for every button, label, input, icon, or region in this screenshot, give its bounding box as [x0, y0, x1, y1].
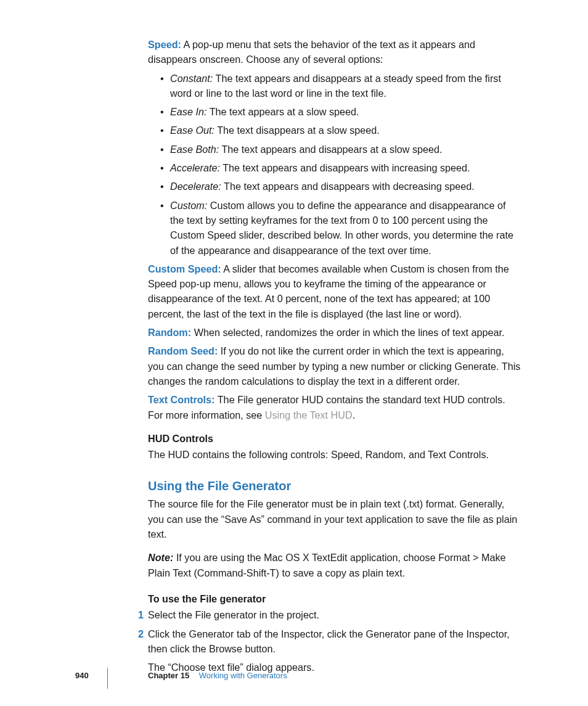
page: Speed: A pop-up menu that sets the behav…	[0, 0, 588, 706]
step-number-1: 1	[138, 607, 144, 622]
term-decelerate: Decelerate:	[170, 181, 221, 192]
speed-options-list: Constant: The text appears and disappear…	[148, 71, 521, 258]
step-1-text: Select the File generator in the project…	[148, 609, 319, 620]
note-label: Note:	[148, 552, 173, 563]
desc-accelerate: The text appears and disappears with inc…	[223, 162, 470, 173]
page-number: 940	[75, 670, 89, 682]
step-number-2: 2	[138, 626, 144, 641]
desc-ease-in: The text appears at a slow speed.	[210, 106, 359, 117]
desc-ease-out: The text disappears at a slow speed.	[217, 125, 380, 136]
term-custom: Custom:	[170, 200, 207, 211]
label-random: Random:	[148, 327, 191, 338]
desc-ease-both: The text appears and disappears at a slo…	[221, 144, 442, 155]
desc-decelerate: The text appears and disappears with dec…	[224, 181, 475, 192]
option-custom: Custom: Custom allows you to define the …	[160, 198, 521, 258]
term-ease-in: Ease In:	[170, 106, 206, 117]
step-2-text: Click the Generator tab of the Inspector…	[148, 628, 510, 654]
task-heading: To use the File generator	[148, 591, 521, 606]
chapter-label: Chapter 15 Working with Generators	[148, 670, 287, 682]
option-ease-in: Ease In: The text appears at a slow spee…	[160, 104, 521, 119]
desc-random: When selected, randomizes the order in w…	[194, 327, 505, 338]
section-note: Note: If you are using the Mac OS X Text…	[148, 550, 521, 580]
term-ease-both: Ease Both:	[170, 144, 219, 155]
chapter-title: Working with Generators	[199, 671, 287, 680]
section-intro: The source file for the File generator m…	[148, 496, 521, 541]
option-decelerate: Decelerate: The text appears and disappe…	[160, 179, 521, 194]
term-constant: Constant:	[170, 73, 213, 84]
page-footer: 940 Chapter 15 Working with Generators	[0, 664, 588, 681]
term-ease-out: Ease Out:	[170, 125, 214, 136]
param-custom-speed: Custom Speed: A slider that becomes avai…	[148, 261, 521, 321]
option-constant: Constant: The text appears and disappear…	[160, 71, 521, 101]
term-accelerate: Accelerate:	[170, 162, 220, 173]
param-random-seed: Random Seed: If you do not like the curr…	[148, 343, 521, 388]
chapter-number: Chapter 15	[148, 671, 189, 680]
label-random-seed: Random Seed:	[148, 345, 218, 356]
option-ease-out: Ease Out: The text disappears at a slow …	[160, 123, 521, 138]
hud-body: The HUD contains the following controls:…	[148, 447, 521, 462]
param-random: Random: When selected, randomizes the or…	[148, 325, 521, 340]
param-text-controls: Text Controls: The File generator HUD co…	[148, 392, 521, 422]
link-using-text-hud[interactable]: Using the Text HUD	[265, 409, 353, 421]
note-body: If you are using the Mac OS X TextEdit a…	[148, 552, 505, 578]
step-1: 1 Select the File generator in the proje…	[148, 607, 521, 622]
footer-rule	[107, 668, 108, 689]
param-speed: Speed: A pop-up menu that sets the behav…	[148, 37, 521, 258]
desc-speed-text: A pop-up menu that sets the behavior of …	[148, 39, 475, 65]
label-speed: Speed:	[148, 39, 181, 50]
desc-custom: Custom allows you to define the appearan…	[170, 200, 513, 256]
option-ease-both: Ease Both: The text appears and disappea…	[160, 142, 521, 157]
heading-hud-controls: HUD Controls	[148, 431, 521, 446]
heading-using-file-generator: Using the File Generator	[148, 477, 521, 495]
option-accelerate: Accelerate: The text appears and disappe…	[160, 160, 521, 175]
label-custom-speed: Custom Speed:	[148, 263, 221, 274]
label-text-controls: Text Controls:	[148, 394, 215, 405]
desc-text-controls-post: .	[353, 409, 356, 421]
desc-constant-text: The text appears and disappears at a ste…	[170, 73, 501, 99]
